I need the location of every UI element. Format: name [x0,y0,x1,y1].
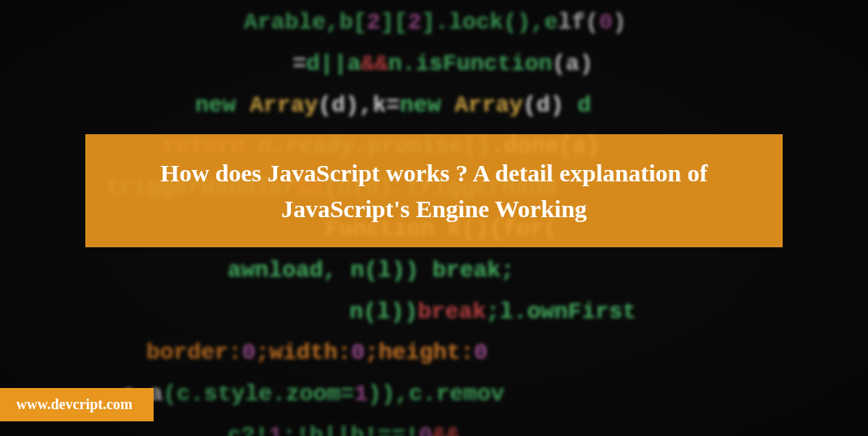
code-token: ;height: [365,340,474,365]
title-text: How does JavaScript works ? A detail exp… [160,159,707,222]
watermark-text: www.devcript.com [16,396,132,412]
code-token: break [418,299,486,325]
code-line: new Array(d),k=new Array(d) d [0,88,868,124]
code-token: 0 [351,340,365,365]
code-token: ][ [380,10,408,35]
code-token: n(l)) [349,299,418,325]
code-token: d||a [306,51,361,76]
code-line: n(l))break;l.ownFirst [0,294,868,331]
code-token: new [195,93,250,118]
code-token: = [293,51,306,76]
code-token: 0 [599,10,613,35]
code-token: c?! [228,423,268,436]
title-banner: How does JavaScript works ? A detail exp… [85,134,783,247]
code-token: 2 [408,10,422,35]
code-token: && [432,423,460,436]
code-token: ;l.ownFirst [486,299,636,325]
code-token: 1 [354,382,368,407]
code-token: ;width: [255,340,351,365]
code-token: lf( [558,10,599,35]
code-token: )),c.remov [367,382,504,407]
code-token: new [400,93,454,118]
code-line: Arable,b[2][2].lock(),elf(0) [0,5,868,41]
code-token: 0 [242,340,256,365]
code-token: 0 [419,423,432,436]
code-token: (a) [552,51,592,76]
code-line: border:0;width:0;height:0 [0,335,868,372]
code-token: ].lock(),e [421,10,558,35]
code-token: Array [250,93,318,118]
code-token: ) [613,10,627,35]
code-token: 1 [268,423,282,436]
code-token: :!b||b!==! [282,423,419,436]
code-token: (c.style.zoom= [163,382,354,407]
code-token: d [564,93,592,118]
watermark-bar: www.devcript.com [0,388,154,421]
code-line: =d||a&&n.isFunction(a) [0,46,868,83]
code-token: 2 [367,10,380,35]
code-token: Array [454,93,523,118]
code-token: (d) [523,93,563,118]
code-token: && [361,51,388,76]
code-token: Arable,b[ [244,10,367,35]
code-line: awnload, n(l)) break; [0,253,868,290]
code-token: n.isFunction [388,51,553,76]
code-token: 0 [474,340,488,365]
code-token: border: [146,340,242,365]
code-token: awnload, n(l)) break; [228,258,514,283]
code-token: (d),k= [318,93,400,118]
